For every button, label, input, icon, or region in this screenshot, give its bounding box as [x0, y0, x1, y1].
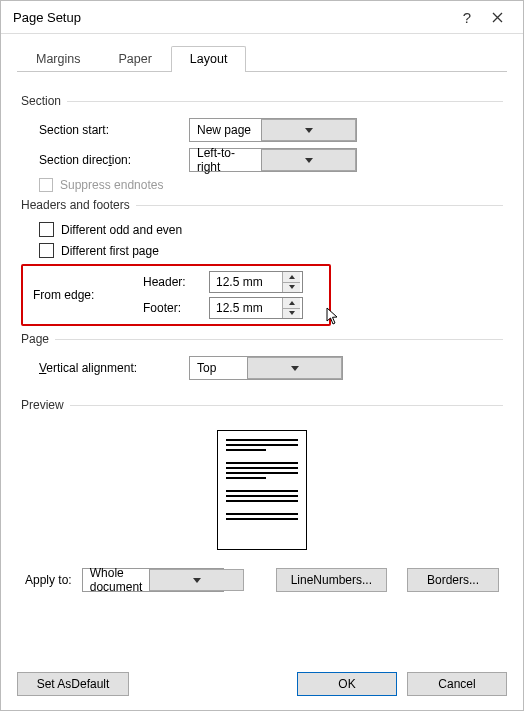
group-section: Section: [21, 94, 503, 108]
set-as-default-button[interactable]: Set As Default: [17, 672, 129, 696]
page-preview-icon: [217, 430, 307, 550]
header-label: Header:: [143, 275, 201, 289]
group-preview-label: Preview: [21, 398, 64, 412]
group-hf-label: Headers and footers: [21, 198, 130, 212]
footer-spin[interactable]: [209, 297, 303, 319]
chevron-down-icon[interactable]: [149, 569, 244, 591]
group-page-label: Page: [21, 332, 49, 346]
spin-up-icon[interactable]: [283, 272, 300, 283]
ok-button[interactable]: OK: [297, 672, 397, 696]
diff-first-label: Different first page: [61, 244, 159, 258]
close-icon[interactable]: [479, 9, 515, 26]
from-edge-highlight: From edge: Header: Footer:: [21, 264, 331, 326]
section-direction-select[interactable]: Left-to-right: [189, 148, 357, 172]
line-numbers-button[interactable]: Line Numbers...: [276, 568, 387, 592]
row-suppress-endnotes: Suppress endnotes: [21, 178, 503, 192]
valign-value: Top: [190, 361, 247, 375]
section-direction-label: Section direction:: [39, 153, 189, 167]
row-footer-margin: Footer:: [143, 297, 303, 319]
dialog-title: Page Setup: [13, 10, 455, 25]
apply-to-select[interactable]: Whole document: [82, 568, 224, 592]
suppress-endnotes-label: Suppress endnotes: [60, 178, 163, 192]
apply-row: Apply to: Whole document Line Numbers...…: [21, 568, 503, 592]
row-header-margin: Header:: [143, 271, 303, 293]
section-start-label: Section start:: [39, 123, 189, 137]
chevron-down-icon[interactable]: [261, 149, 356, 171]
divider: [70, 405, 503, 406]
chevron-down-icon[interactable]: [261, 119, 356, 141]
footer-label: Footer:: [143, 301, 201, 315]
divider: [67, 101, 503, 102]
apply-to-value: Whole document: [83, 566, 150, 594]
row-section-direction: Section direction: Left-to-right: [21, 148, 503, 172]
spin-down-icon[interactable]: [283, 309, 300, 319]
header-input[interactable]: [210, 272, 282, 292]
tab-layout[interactable]: Layout: [171, 46, 247, 72]
footer-input[interactable]: [210, 298, 282, 318]
tab-margins[interactable]: Margins: [17, 46, 99, 72]
group-headers-footers: Headers and footers: [21, 198, 503, 212]
tab-paper[interactable]: Paper: [99, 46, 170, 72]
valign-label: Vertical alignment:: [39, 361, 189, 375]
from-edge-label: From edge:: [33, 288, 143, 302]
diff-odd-even-checkbox[interactable]: [39, 222, 54, 237]
valign-select[interactable]: Top: [189, 356, 343, 380]
divider: [136, 205, 503, 206]
tab-strip: Margins Paper Layout: [17, 44, 507, 72]
dialog-button-row: Set As Default OK Cancel: [17, 672, 507, 696]
row-diff-odd-even: Different odd and even: [21, 222, 503, 237]
row-section-start: Section start: New page: [21, 118, 503, 142]
spin-up-icon[interactable]: [283, 298, 300, 309]
group-section-label: Section: [21, 94, 61, 108]
section-start-select[interactable]: New page: [189, 118, 357, 142]
section-direction-value: Left-to-right: [190, 146, 261, 174]
section-start-value: New page: [190, 123, 261, 137]
header-spin[interactable]: [209, 271, 303, 293]
row-diff-first: Different first page: [21, 243, 503, 258]
dialog-titlebar: Page Setup ?: [1, 1, 523, 34]
apply-to-label: Apply to:: [25, 573, 72, 587]
diff-odd-even-label: Different odd and even: [61, 223, 182, 237]
group-preview: Preview: [21, 398, 503, 412]
help-icon[interactable]: ?: [455, 9, 479, 26]
diff-first-checkbox[interactable]: [39, 243, 54, 258]
group-page: Page: [21, 332, 503, 346]
chevron-down-icon[interactable]: [247, 357, 342, 379]
spin-down-icon[interactable]: [283, 283, 300, 293]
cancel-button[interactable]: Cancel: [407, 672, 507, 696]
borders-button[interactable]: Borders...: [407, 568, 499, 592]
divider: [55, 339, 503, 340]
row-vertical-alignment: Vertical alignment: Top: [21, 356, 503, 380]
suppress-endnotes-checkbox: [39, 178, 53, 192]
preview-area: [21, 422, 503, 568]
